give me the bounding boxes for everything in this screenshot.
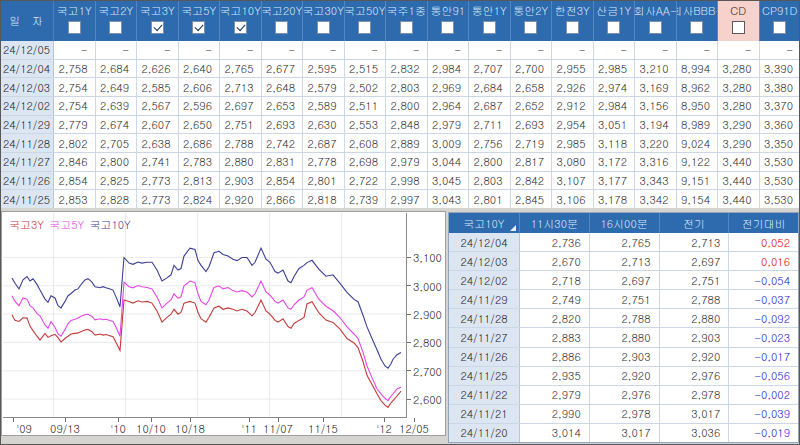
column-header-한전3Y[interactable]: 한전3Y bbox=[552, 0, 594, 41]
column-checkbox[interactable] bbox=[524, 21, 537, 34]
yield-cell: - bbox=[428, 41, 470, 59]
column-header-국고50Y[interactable]: 국고50Y bbox=[345, 0, 387, 41]
yield-cell: 8,989 bbox=[677, 116, 719, 134]
intraday-1600: 3,017 bbox=[590, 424, 660, 442]
yield-cell: 3,118 bbox=[594, 134, 636, 152]
legend-국고5Y: 국고5Y bbox=[49, 217, 84, 232]
table-row: 24/11/252,8532,8282,7732,8242,9202,8662,… bbox=[0, 190, 800, 208]
column-label: 국고20Y bbox=[262, 0, 303, 20]
column-checkbox[interactable] bbox=[400, 21, 413, 34]
column-checkbox[interactable] bbox=[773, 21, 786, 34]
column-header-국고2Y[interactable]: 국고2Y bbox=[96, 0, 138, 41]
yield-cell: 2,639 bbox=[96, 97, 138, 115]
column-checkbox[interactable] bbox=[732, 21, 745, 34]
yield-cell: 8,950 bbox=[677, 97, 719, 115]
row-date: 24/11/25 bbox=[0, 190, 54, 208]
intraday-header-0[interactable]: 국고10Y bbox=[449, 213, 520, 233]
intraday-diff: -0,023 bbox=[729, 328, 798, 346]
intraday-date: 24/11/27 bbox=[449, 328, 520, 346]
yield-cell: 2,677 bbox=[262, 60, 304, 78]
intraday-1600: 2,765 bbox=[590, 233, 660, 251]
column-checkbox[interactable] bbox=[483, 21, 496, 34]
intraday-table: 국고10Y11시30분16시00분전기전기대비 24/12/042,7362,7… bbox=[448, 212, 799, 443]
x-axis-label: 12/05 bbox=[392, 421, 436, 436]
yield-cell: 2,773 bbox=[137, 190, 179, 208]
column-header-국고1Y[interactable]: 국고1Y bbox=[54, 0, 96, 41]
column-checkbox-checked[interactable] bbox=[192, 21, 205, 34]
yield-cell: 2,984 bbox=[428, 60, 470, 78]
y-axis-tick bbox=[407, 342, 411, 343]
yield-cell: 2,741 bbox=[137, 153, 179, 171]
yield-cell: 2,800 bbox=[469, 153, 511, 171]
column-header-CP91D[interactable]: CP91D bbox=[760, 0, 800, 41]
column-checkbox[interactable] bbox=[275, 21, 288, 34]
column-header-산금1Y[interactable]: 산금1Y bbox=[594, 0, 636, 41]
yield-cell: 2,828 bbox=[96, 190, 138, 208]
yield-cell: 3,220 bbox=[635, 134, 677, 152]
intraday-header-1[interactable]: 11시30분 bbox=[520, 213, 590, 233]
yield-cell: 2,589 bbox=[303, 97, 345, 115]
intraday-1600: 2,976 bbox=[590, 386, 660, 404]
column-checkbox[interactable] bbox=[690, 21, 703, 34]
yield-cell: 2,585 bbox=[137, 78, 179, 96]
column-checkbox-checked[interactable] bbox=[234, 21, 247, 34]
column-header-회사AA-[interactable]: 회사AA- bbox=[635, 0, 677, 41]
intraday-date: 24/11/26 bbox=[449, 348, 520, 366]
yield-cell: 2,866 bbox=[262, 190, 304, 208]
column-checkbox[interactable] bbox=[649, 21, 662, 34]
intraday-1600: 2,978 bbox=[590, 405, 660, 423]
column-header-통안91[interactable]: 통안91 bbox=[428, 0, 470, 41]
intraday-diff: -0,017 bbox=[729, 348, 798, 366]
column-header-국고3Y[interactable]: 국고3Y bbox=[137, 0, 179, 41]
intraday-1130: 2,990 bbox=[520, 405, 590, 423]
column-checkbox[interactable] bbox=[68, 21, 81, 34]
x-axis-label: 10/10 bbox=[129, 421, 173, 436]
column-header-국고5Y[interactable]: 국고5Y bbox=[179, 0, 221, 41]
chart-legend: 국고3Y국고5Y국고10Y bbox=[9, 217, 131, 232]
column-header-국고10Y[interactable]: 국고10Y bbox=[220, 0, 262, 41]
x-axis-tick bbox=[414, 418, 415, 422]
yield-cell: 2,595 bbox=[303, 60, 345, 78]
x-axis-label: '09 bbox=[2, 421, 46, 436]
yield-cell: 3,051 bbox=[594, 116, 636, 134]
yield-cell: - bbox=[635, 41, 677, 59]
intraday-table-body: 24/12/042,7362,7652,7130,05224/12/032,67… bbox=[449, 233, 798, 442]
yield-cell: 3,530 bbox=[760, 153, 800, 171]
x-axis-tick bbox=[249, 418, 250, 422]
yield-cell: 2,650 bbox=[179, 116, 221, 134]
column-header-회사BBB-[interactable]: 회사BBB- bbox=[677, 0, 719, 41]
yield-cell: 2,754 bbox=[54, 97, 96, 115]
intraday-table-header: 국고10Y11시30분16시00분전기전기대비 bbox=[449, 213, 798, 233]
y-axis-tick bbox=[407, 399, 411, 400]
intraday-header-2[interactable]: 16시00분 bbox=[590, 213, 660, 233]
column-checkbox[interactable] bbox=[566, 21, 579, 34]
column-checkbox[interactable] bbox=[358, 21, 371, 34]
column-header-국주1종[interactable]: 국주1종 bbox=[386, 0, 428, 41]
yield-cell: 2,954 bbox=[552, 116, 594, 134]
column-checkbox[interactable] bbox=[441, 21, 454, 34]
intraday-header-3[interactable]: 전기 bbox=[660, 213, 730, 233]
column-checkbox[interactable] bbox=[109, 21, 122, 34]
column-header-국고20Y[interactable]: 국고20Y bbox=[262, 0, 304, 41]
column-checkbox[interactable] bbox=[317, 21, 330, 34]
yield-cell: 3,210 bbox=[635, 60, 677, 78]
column-checkbox-checked[interactable] bbox=[151, 21, 164, 34]
column-header-국고30Y[interactable]: 국고30Y bbox=[303, 0, 345, 41]
intraday-diff: -0,037 bbox=[729, 290, 798, 308]
yield-cell: 3,169 bbox=[635, 78, 677, 96]
table-row: 24/12/05------------------ bbox=[0, 41, 800, 60]
intraday-header-4[interactable]: 전기대비 bbox=[729, 213, 798, 233]
yield-cell: 2,817 bbox=[511, 153, 553, 171]
yield-cell: 2,742 bbox=[262, 134, 304, 152]
yield-cell: - bbox=[303, 41, 345, 59]
intraday-date: 24/11/25 bbox=[449, 367, 520, 385]
x-axis-label: 09/13 bbox=[43, 421, 87, 436]
column-header-CD[interactable]: CD bbox=[718, 0, 760, 41]
column-header-통안2Y[interactable]: 통안2Y bbox=[511, 0, 553, 41]
yield-cell: 2,648 bbox=[262, 78, 304, 96]
column-header-통안1Y[interactable]: 통안1Y bbox=[469, 0, 511, 41]
table-row: 24/11/292,7792,6742,6072,6502,7512,6932,… bbox=[0, 116, 800, 135]
row-date: 24/12/04 bbox=[0, 60, 54, 78]
column-checkbox[interactable] bbox=[607, 21, 620, 34]
yield-cell: 3,290 bbox=[718, 134, 760, 152]
